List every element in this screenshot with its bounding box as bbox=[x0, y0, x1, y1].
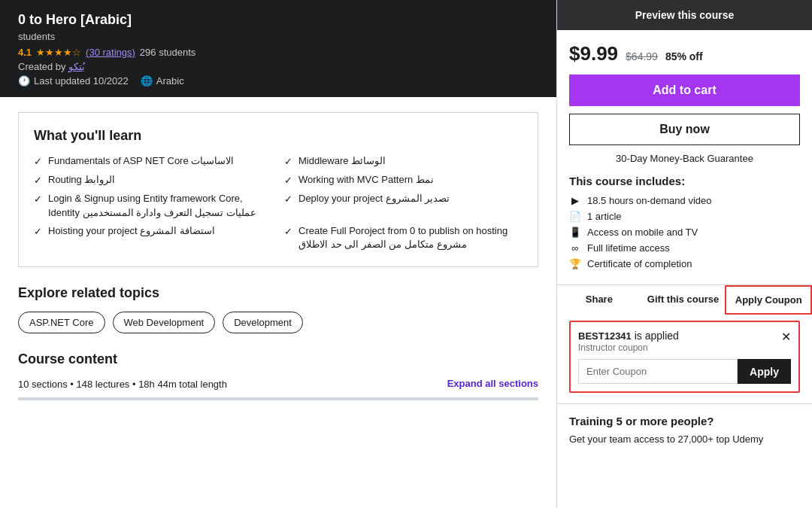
article-icon: 📄 bbox=[569, 211, 581, 222]
include-certificate: 🏆 Certificate of completion bbox=[569, 258, 800, 269]
include-video-text: 18.5 hours on-demand video bbox=[587, 195, 712, 206]
list-item: ✓ Hoisting your project استضافة المشروع bbox=[34, 224, 272, 251]
list-item: ✓ Fundamentals of ASP NET Core الاساسيات bbox=[34, 154, 272, 169]
apply-coupon-tab[interactable]: Apply Coupon bbox=[725, 285, 812, 315]
topic-tag-webdev[interactable]: Web Development bbox=[113, 312, 216, 333]
related-topics-section: Explore related topics ASP.NET Core Web … bbox=[18, 285, 538, 333]
meta-row: 🕐 Last updated 10/2022 🌐 Arabic bbox=[18, 75, 538, 87]
mobile-icon: 📱 bbox=[569, 227, 581, 238]
list-item: ✓ Working with MVC Pattern نمط bbox=[284, 173, 523, 187]
course-title: 0 to Hero [Arabic] bbox=[18, 12, 538, 28]
add-to-cart-button[interactable]: Add to cart bbox=[569, 75, 800, 106]
include-mobile: 📱 Access on mobile and TV bbox=[569, 227, 800, 238]
left-panel: 0 to Hero [Arabic] students 4.1 ★★★★☆ (3… bbox=[0, 0, 556, 508]
list-item: ✓ Deploy your project تصدير المشروع bbox=[284, 192, 523, 219]
training-title: Training 5 or more people? bbox=[569, 415, 800, 427]
check-icon: ✓ bbox=[284, 193, 292, 206]
creator-row: Created by يُتكو bbox=[18, 61, 538, 72]
rating-count[interactable]: (30 ratings) bbox=[86, 47, 135, 58]
include-certificate-text: Certificate of completion bbox=[587, 258, 692, 269]
rating-row: 4.1 ★★★★☆ (30 ratings) 296 students bbox=[18, 47, 538, 58]
progress-bar bbox=[18, 397, 538, 400]
check-icon: ✓ bbox=[34, 174, 42, 187]
original-price: $64.99 bbox=[626, 50, 658, 62]
price-row: $9.99 $64.99 85% off bbox=[569, 42, 800, 65]
coupon-status: BEST12341 is applied bbox=[578, 330, 679, 342]
check-icon: ✓ bbox=[284, 155, 292, 169]
include-article: 📄 1 article bbox=[569, 211, 800, 222]
include-lifetime-text: Full lifetime access bbox=[587, 242, 670, 254]
list-item: ✓ Routing الروابط bbox=[34, 173, 272, 187]
coupon-close-button[interactable]: ✕ bbox=[781, 330, 791, 344]
course-header: 0 to Hero [Arabic] students 4.1 ★★★★☆ (3… bbox=[0, 0, 556, 97]
course-content-title: Course content bbox=[18, 351, 538, 367]
preview-header: Preview this course bbox=[557, 0, 812, 30]
check-icon: ✓ bbox=[34, 155, 42, 169]
course-includes: This course includes: ▶ 18.5 hours on-de… bbox=[557, 175, 812, 284]
list-item: ✓ Login & Signup using Entity framework … bbox=[34, 192, 272, 219]
main-content: What you'll learn ✓ Fundamentals of ASP … bbox=[0, 97, 556, 415]
check-icon: ✓ bbox=[34, 225, 42, 239]
rating-number: 4.1 bbox=[18, 47, 32, 58]
training-text: Get your team access to 27,000+ top Udem… bbox=[569, 432, 800, 447]
coupon-input[interactable] bbox=[578, 359, 738, 384]
coupon-subtext: Instructor coupon bbox=[578, 342, 679, 353]
course-meta-row: Expand all sections 10 sections • 148 le… bbox=[18, 378, 538, 390]
coupon-info: BEST12341 is applied Instructor coupon bbox=[578, 330, 679, 353]
stars-icon: ★★★★☆ bbox=[36, 47, 81, 58]
related-topics-title: Explore related topics bbox=[18, 285, 538, 301]
discount-badge: 85% off bbox=[665, 50, 703, 62]
list-item: ✓ Middleware الوسائط bbox=[284, 154, 523, 169]
course-content-section: Course content Expand all sections 10 se… bbox=[18, 351, 538, 400]
course-includes-title: This course includes: bbox=[569, 175, 800, 187]
include-mobile-text: Access on mobile and TV bbox=[587, 227, 698, 238]
coupon-applied-row: BEST12341 is applied Instructor coupon ✕ bbox=[578, 330, 791, 353]
current-price: $9.99 bbox=[569, 42, 618, 65]
apply-coupon-button[interactable]: Apply bbox=[738, 359, 791, 384]
coupon-input-row: Apply bbox=[578, 359, 791, 384]
learn-grid: ✓ Fundamentals of ASP NET Core الاساسيات… bbox=[34, 154, 523, 251]
coupon-applied-text: is applied bbox=[635, 330, 679, 342]
infinity-icon: ∞ bbox=[569, 242, 581, 254]
action-tabs: Share Gift this course Apply Coupon bbox=[557, 284, 812, 315]
include-lifetime: ∞ Full lifetime access bbox=[569, 242, 800, 254]
clock-icon: 🕐 bbox=[18, 75, 30, 87]
learn-title: What you'll learn bbox=[34, 128, 523, 144]
check-icon: ✓ bbox=[34, 193, 42, 206]
video-icon: ▶ bbox=[569, 195, 581, 206]
include-article-text: 1 article bbox=[587, 211, 622, 222]
list-item: ✓ Create Full Poroject from 0 to publish… bbox=[284, 224, 523, 251]
progress-fill bbox=[18, 397, 538, 400]
right-panel: Preview this course $9.99 $64.99 85% off… bbox=[556, 0, 812, 508]
learn-box: What you'll learn ✓ Fundamentals of ASP … bbox=[18, 112, 538, 267]
course-subtitle: students bbox=[18, 31, 538, 42]
training-section: Training 5 or more people? Get your team… bbox=[557, 403, 812, 458]
buy-now-button[interactable]: Buy now bbox=[569, 114, 800, 145]
student-count: 296 students bbox=[140, 47, 195, 58]
last-updated: 🕐 Last updated 10/2022 bbox=[18, 75, 129, 87]
include-video: ▶ 18.5 hours on-demand video bbox=[569, 195, 800, 206]
language-meta: 🌐 Arabic bbox=[141, 75, 184, 87]
check-icon: ✓ bbox=[284, 174, 292, 187]
creator-link[interactable]: يُتكو bbox=[68, 61, 85, 72]
coupon-code: BEST12341 bbox=[578, 330, 632, 342]
coupon-section: BEST12341 is applied Instructor coupon ✕… bbox=[569, 321, 800, 393]
money-back-guarantee: 30-Day Money-Back Guarantee bbox=[569, 153, 800, 164]
pricing-section: $9.99 $64.99 85% off Add to cart Buy now… bbox=[557, 30, 812, 164]
course-meta: 10 sections • 148 lectures • 18h 44m tot… bbox=[18, 379, 227, 390]
topic-tag-asp[interactable]: ASP.NET Core bbox=[18, 312, 105, 333]
share-tab[interactable]: Share bbox=[557, 285, 641, 315]
check-icon: ✓ bbox=[284, 225, 292, 239]
gift-tab[interactable]: Gift this course bbox=[641, 285, 726, 315]
topic-tags: ASP.NET Core Web Development Development bbox=[18, 312, 538, 333]
globe-icon: 🌐 bbox=[141, 75, 153, 87]
topic-tag-dev[interactable]: Development bbox=[223, 312, 303, 333]
certificate-icon: 🏆 bbox=[569, 258, 581, 269]
expand-all-link[interactable]: Expand all sections bbox=[447, 378, 538, 389]
